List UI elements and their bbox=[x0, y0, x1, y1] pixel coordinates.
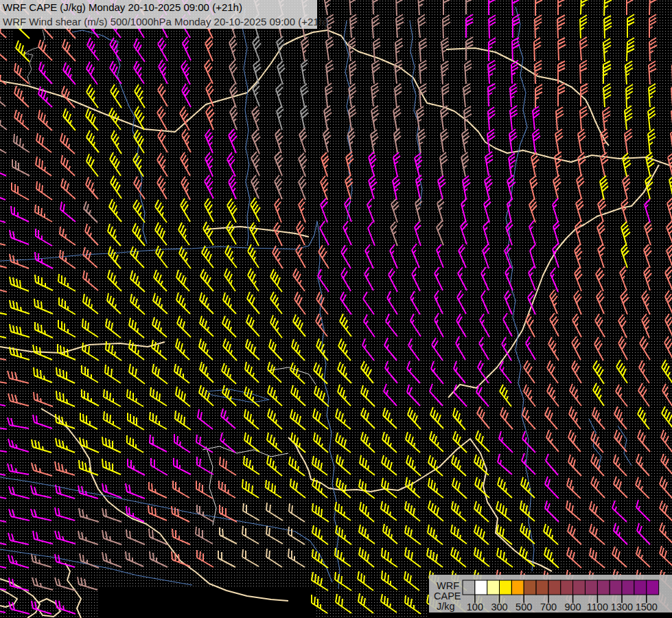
svg-text:WRF Wind shear (m/s) 500/1000h: WRF Wind shear (m/s) 500/1000hPa Monday … bbox=[3, 16, 328, 27]
svg-text:1100: 1100 bbox=[587, 602, 608, 613]
svg-text:WRF CAPE (J/kg) Monday 20-10-2: WRF CAPE (J/kg) Monday 20-10-2025 09:00 … bbox=[3, 1, 242, 13]
svg-text:WRF: WRF bbox=[437, 580, 459, 591]
svg-text:300: 300 bbox=[491, 602, 507, 613]
svg-text:100: 100 bbox=[467, 602, 483, 613]
svg-text:500: 500 bbox=[515, 602, 532, 613]
svg-text:J/kg: J/kg bbox=[437, 601, 455, 612]
svg-text:700: 700 bbox=[540, 602, 557, 613]
svg-text:1300: 1300 bbox=[611, 602, 633, 613]
svg-text:1500: 1500 bbox=[636, 602, 658, 613]
svg-text:900: 900 bbox=[564, 602, 581, 613]
svg-text:CAPE: CAPE bbox=[434, 591, 461, 602]
